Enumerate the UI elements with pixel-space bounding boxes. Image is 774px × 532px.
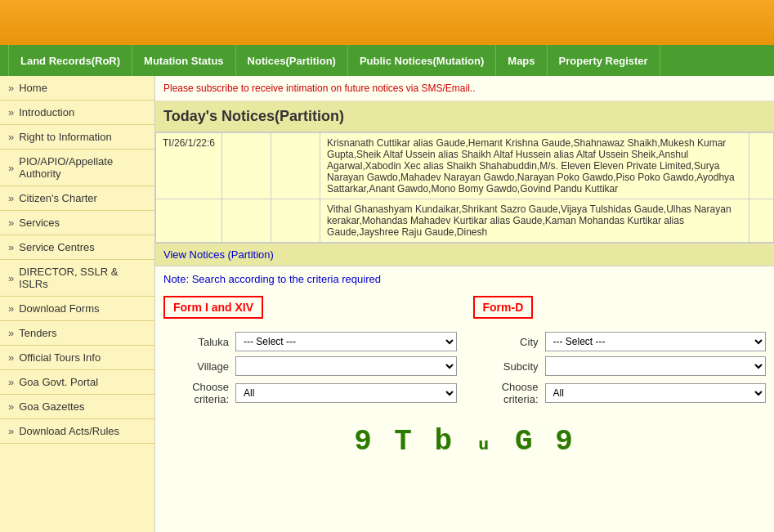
city-label: City [473,336,539,348]
notice-row-1: Vithal Ghanashyam Kundaikar,Shrikant Saz… [156,199,774,243]
subcity-select[interactable] [545,356,767,376]
notice-row-0: TI/26/1/22:6Krisnanath Cuttikar alias Ga… [156,133,774,199]
criteria2-label: Choose criteria: [473,381,539,405]
forms-section: Form I and XIV Taluka --- Select --- Vil… [155,292,774,414]
notice-col2-1 [222,199,271,243]
search-note: Note: Search according to the criteria r… [155,266,774,292]
village-row: Village [163,356,457,376]
subcity-row: Subcity [473,356,767,376]
village-select[interactable] [235,356,457,376]
nav-item-public-notices[interactable]: Public Notices(Mutation) [348,45,496,76]
sidebar-item-citizens-charter[interactable]: Citizen's Charter [0,186,154,211]
notice-col3-0 [271,133,320,199]
sidebar-item-introduction[interactable]: Introduction [0,101,154,125]
criteria1-select[interactable]: All [235,383,457,403]
main-layout: HomeIntroductionRight to InformationPIO/… [0,76,774,532]
notice-ref-0: TI/26/1/22:6 [156,133,222,199]
sidebar-item-rti[interactable]: Right to Information [0,125,154,150]
notice-action-0 [749,133,774,199]
village-label: Village [163,360,229,373]
top-bar [0,0,774,45]
nav-bar: Land Records(RoR)Mutation StatusNotices(… [0,45,774,76]
sidebar-item-director-sslr[interactable]: DIRECTOR, SSLR & ISLRs [0,260,154,297]
criteria1-row: Choose criteria: All [163,381,457,405]
form2-title: Form-D [473,296,534,319]
nav-item-notices-partition[interactable]: Notices(Partition) [236,45,348,76]
criteria2-row: Choose criteria: All [473,381,767,405]
sidebar-item-service-centres[interactable]: Service Centres [0,235,154,260]
view-notices-bar: View Notices (Partition) [155,243,774,266]
form1-title: Form I and XIV [163,296,263,319]
sidebar-item-official-tours[interactable]: Official Tours Info [0,346,154,370]
sidebar-item-services[interactable]: Services [0,211,154,235]
notices-table: TI/26/1/22:6Krisnanath Cuttikar alias Ga… [155,132,774,243]
sidebar: HomeIntroductionRight to InformationPIO/… [0,76,155,532]
form2-box: Form-D City --- Select --- Subcity Choos… [473,296,767,410]
captcha: 9 T b ᵤ G 9 [155,414,774,467]
taluka-select[interactable]: --- Select --- [235,332,457,351]
notice-col3-1 [271,199,320,243]
notice-action-1 [749,199,774,243]
sidebar-item-goa-portal[interactable]: Goa Govt. Portal [0,370,154,395]
view-notices-link[interactable]: View Notices (Partition) [163,248,274,261]
nav-item-maps[interactable]: Maps [496,45,547,76]
notice-names-0: Krisnanath Cuttikar alias Gaude,Hemant K… [320,133,749,199]
criteria2-select[interactable]: All [545,383,767,403]
nav-item-mutation-status[interactable]: Mutation Status [132,45,236,76]
subscribe-bar: Please subscribe to receive intimation o… [155,76,774,101]
notice-ref-1 [156,199,222,243]
notices-title: Today's Notices(Partition) [155,101,774,132]
notice-names-1: Vithal Ghanashyam Kundaikar,Shrikant Saz… [320,199,749,243]
taluka-row: Taluka --- Select --- [163,332,457,351]
nav-item-land-records[interactable]: Land Records(RoR) [8,45,132,76]
sidebar-item-goa-gazettes[interactable]: Goa Gazettes [0,395,154,419]
sidebar-item-pio[interactable]: PIO/APIO/Appellate Authority [0,150,154,186]
nav-item-property-register[interactable]: Property Register [548,45,660,76]
sidebar-item-home[interactable]: Home [0,76,154,101]
city-select[interactable]: --- Select --- [545,332,767,351]
subscribe-text: Please subscribe to receive intimation o… [163,83,476,94]
sidebar-item-download-forms[interactable]: Download Forms [0,297,154,321]
sidebar-item-tenders[interactable]: Tenders [0,321,154,346]
taluka-label: Taluka [163,336,229,348]
criteria1-label: Choose criteria: [163,381,229,405]
sidebar-item-download-acts[interactable]: Download Acts/Rules [0,419,154,444]
notice-col2-0 [222,133,271,199]
subcity-label: Subcity [473,360,539,373]
form1-box: Form I and XIV Taluka --- Select --- Vil… [163,296,457,410]
content: Please subscribe to receive intimation o… [155,76,774,532]
city-row: City --- Select --- [473,332,767,351]
